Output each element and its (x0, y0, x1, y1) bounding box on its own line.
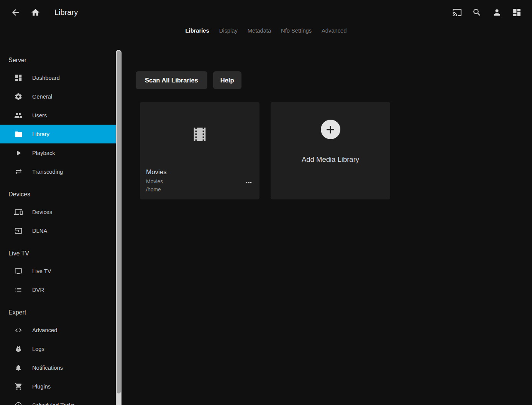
tab-metadata[interactable]: Metadata (243, 25, 276, 37)
sidebar-item-library[interactable]: Library (0, 125, 116, 143)
dashboard-icon (14, 73, 23, 82)
home-icon (31, 8, 40, 17)
sidebar-item-logs[interactable]: Logs (0, 339, 116, 358)
back-button[interactable] (5, 2, 25, 22)
add-circle-icon (321, 120, 340, 139)
sidebar-item-label: Live TV (32, 268, 51, 274)
input-icon (14, 226, 23, 235)
sidebar-item-label: Library (32, 131, 49, 137)
help-button[interactable]: Help (213, 71, 241, 89)
cart-icon (14, 382, 23, 391)
sidebar-item-label: Advanced (32, 327, 57, 333)
sidebar-item-label: Scheduled Tasks (32, 402, 75, 405)
tab-advanced[interactable]: Advanced (317, 25, 351, 37)
library-type: Movies (146, 178, 253, 185)
sidebar-section-expert: Expert Advanced Logs Notifications Plugi… (0, 302, 122, 405)
sidebar-item-label: Users (32, 112, 47, 119)
sidebar-item-dvr[interactable]: DVR (0, 280, 116, 299)
sidebar-item-label: Playback (32, 150, 55, 156)
sidebar-item-users[interactable]: Users (0, 106, 116, 125)
cast-icon (452, 8, 462, 17)
library-more-button[interactable] (242, 176, 256, 189)
settings-tab-bar: Libraries Display Metadata Nfo Settings … (0, 24, 532, 38)
bell-icon (14, 363, 23, 372)
sidebar-section-livetv: Live TV Live TV DVR (0, 243, 122, 299)
code-icon (14, 326, 23, 335)
top-bar: Library (0, 0, 532, 25)
list-icon (14, 285, 23, 295)
admin-sidebar: Server Dashboard General Users Library P… (0, 50, 122, 405)
folder-icon (14, 130, 23, 139)
play-icon (14, 148, 23, 158)
search-icon (472, 8, 482, 17)
sidebar-item-label: Devices (32, 209, 52, 215)
home-button[interactable] (25, 2, 45, 22)
sidebar-section-header: Server (0, 50, 122, 68)
sidebar-item-plugins[interactable]: Plugins (0, 377, 116, 396)
tab-libraries[interactable]: Libraries (181, 25, 214, 37)
add-media-library-label: Add Media Library (302, 155, 359, 164)
arrow-back-icon (11, 8, 20, 17)
sidebar-item-label: DLNA (32, 228, 47, 234)
library-card-image (140, 102, 259, 166)
more-horiz-icon (245, 178, 253, 187)
library-actions-row: Scan All Libraries Help (136, 71, 532, 89)
sidebar-item-dlna[interactable]: DLNA (0, 221, 116, 240)
library-card-text: Movies Movies /home (140, 166, 259, 193)
tab-nfo-settings[interactable]: Nfo Settings (276, 25, 317, 37)
library-card-movies[interactable]: Movies Movies /home (140, 102, 259, 199)
sidebar-item-playback[interactable]: Playback (0, 143, 116, 162)
sidebar-scrollbar-track[interactable] (116, 50, 122, 405)
sidebar-item-livetv[interactable]: Live TV (0, 262, 116, 280)
bug-icon (14, 344, 23, 354)
sidebar-section-header: Expert (0, 302, 122, 321)
search-button[interactable] (467, 2, 487, 22)
transcode-arrows-icon (14, 167, 23, 176)
sidebar-item-notifications[interactable]: Notifications (0, 358, 116, 377)
sidebar-item-label: Transcoding (32, 169, 63, 175)
sidebar-section-devices: Devices Devices DLNA (0, 184, 122, 240)
sidebar-section-header: Devices (0, 184, 122, 202)
sidebar-item-devices[interactable]: Devices (0, 202, 116, 221)
library-path: /home (146, 186, 253, 193)
sidebar-section-server: Server Dashboard General Users Library P… (0, 50, 122, 181)
devices-icon (14, 207, 23, 217)
sidebar-scrollbar-thumb[interactable] (117, 51, 121, 393)
page-title: Library (54, 8, 78, 17)
library-name: Movies (146, 168, 253, 177)
tv-icon (14, 267, 23, 276)
sidebar-item-label: DVR (32, 287, 44, 293)
sidebar-item-label: Plugins (32, 384, 51, 390)
sidebar-item-dashboard[interactable]: Dashboard (0, 68, 116, 87)
clock-icon (14, 401, 23, 405)
sidebar-item-label: Logs (32, 346, 44, 352)
gear-icon (14, 92, 23, 101)
add-media-library-card[interactable]: Add Media Library (271, 102, 390, 199)
sidebar-section-header: Live TV (0, 243, 122, 262)
sidebar-item-label: Notifications (32, 365, 63, 371)
sidebar-item-label: Dashboard (32, 75, 60, 81)
tab-display[interactable]: Display (214, 25, 243, 37)
scan-all-libraries-button[interactable]: Scan All Libraries (136, 71, 207, 89)
person-icon (492, 8, 502, 17)
dashboard-grid-icon (512, 8, 522, 17)
user-menu-button[interactable] (487, 2, 507, 22)
sidebar-item-advanced[interactable]: Advanced (0, 321, 116, 339)
film-icon (191, 125, 209, 143)
sidebar-item-scheduled-tasks[interactable]: Scheduled Tasks (0, 396, 116, 405)
library-settings-page: Scan All Libraries Help Movies Movies /h… (122, 50, 532, 405)
users-icon (14, 111, 23, 120)
sidebar-item-label: General (32, 94, 52, 100)
library-cards-row: Movies Movies /home Add Media Library (140, 102, 532, 199)
cast-button[interactable] (447, 2, 467, 22)
sidebar-item-general[interactable]: General (0, 87, 116, 106)
dashboard-menu-button[interactable] (507, 2, 527, 22)
sidebar-item-transcoding[interactable]: Transcoding (0, 162, 116, 181)
